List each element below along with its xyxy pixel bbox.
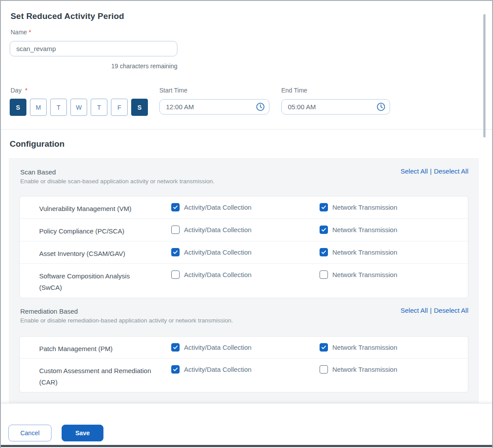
network-checkbox[interactable]	[320, 343, 328, 352]
day-label-text: Day	[11, 87, 22, 94]
network-checkbox-label: Network Transmission	[332, 248, 397, 257]
day-button-friday[interactable]: F	[111, 99, 128, 116]
day-button-wednesday[interactable]: W	[70, 99, 87, 116]
table-row: Patch Management (PM) Activity/Data Coll…	[20, 337, 468, 359]
activity-checkbox[interactable]	[171, 248, 180, 256]
window-bottom-border	[1, 445, 492, 447]
network-checkbox[interactable]	[320, 270, 328, 279]
network-cell: Network Transmission	[320, 365, 468, 374]
vertical-scrollbar[interactable]	[483, 14, 486, 137]
remediation-based-bulk-links: Select All|Deselect All	[401, 307, 468, 314]
characters-remaining-text: 19 characters remaining	[10, 63, 177, 70]
remediation-based-title: Remediation Based	[20, 307, 78, 315]
activity-checkbox-label: Activity/Data Collection	[184, 365, 251, 374]
module-label: Custom Assessment and Remediation (CAR)	[39, 365, 151, 388]
activity-cell: Activity/Data Collection	[171, 226, 320, 234]
section-divider	[1, 129, 492, 130]
module-label: Policy Compliance (PC/SCA)	[39, 226, 151, 237]
activity-cell: Activity/Data Collection	[171, 248, 320, 257]
activity-checkbox-label: Activity/Data Collection	[184, 226, 251, 234]
configuration-heading: Configuration	[10, 139, 65, 149]
network-checkbox-label: Network Transmission	[332, 226, 397, 234]
network-cell: Network Transmission	[320, 248, 468, 257]
end-time-label: End Time	[281, 87, 307, 94]
module-label: Asset Inventory (CSAM/GAV)	[39, 248, 151, 259]
network-checkbox-label: Network Transmission	[332, 365, 397, 374]
activity-cell: Activity/Data Collection	[171, 365, 320, 374]
activity-checkbox-label: Activity/Data Collection	[184, 248, 251, 257]
day-button-tuesday[interactable]: T	[50, 99, 67, 116]
day-button-sunday[interactable]: S	[10, 99, 26, 116]
start-time-input[interactable]	[159, 99, 269, 115]
dialog-footer: Cancel Save	[1, 403, 492, 446]
activity-checkbox-label: Activity/Data Collection	[184, 343, 251, 352]
select-all-link[interactable]: Select All	[401, 307, 428, 314]
day-selector: S M T W T F S	[10, 99, 148, 116]
name-label-text: Name	[11, 29, 27, 36]
module-label: Vulnerability Management (VM)	[39, 203, 151, 215]
network-checkbox-label: Network Transmission	[332, 270, 397, 279]
end-time-field	[281, 99, 390, 115]
network-checkbox[interactable]	[320, 248, 328, 256]
save-button[interactable]: Save	[62, 425, 103, 441]
network-checkbox[interactable]	[320, 203, 328, 211]
required-asterisk: *	[29, 29, 31, 36]
cancel-button[interactable]: Cancel	[8, 425, 52, 441]
table-row: Software Composition Analysis (SwCA) Act…	[20, 264, 468, 298]
activity-checkbox[interactable]	[171, 365, 180, 374]
module-label: Patch Management (PM)	[39, 343, 151, 355]
scan-based-description: Enable or disable scan-based application…	[20, 178, 214, 185]
name-label: Name*	[11, 29, 31, 36]
activity-checkbox-label: Activity/Data Collection	[184, 203, 251, 212]
configuration-panel: Scan Based Enable or disable scan-based …	[9, 158, 479, 403]
deselect-all-link[interactable]: Deselect All	[434, 307, 468, 314]
table-row: Policy Compliance (PC/SCA) Activity/Data…	[20, 219, 468, 241]
activity-checkbox[interactable]	[171, 270, 180, 279]
page-title: Set Reduced Activity Period	[11, 11, 124, 21]
network-cell: Network Transmission	[320, 203, 468, 212]
table-row: Asset Inventory (CSAM/GAV) Activity/Data…	[20, 241, 468, 264]
network-checkbox-label: Network Transmission	[332, 203, 397, 212]
required-asterisk: *	[25, 87, 27, 94]
activity-checkbox[interactable]	[171, 203, 180, 211]
day-button-saturday[interactable]: S	[131, 99, 148, 116]
network-checkbox-label: Network Transmission	[332, 343, 397, 352]
scan-based-bulk-links: Select All|Deselect All	[401, 167, 468, 175]
activity-checkbox-label: Activity/Data Collection	[184, 270, 251, 279]
network-cell: Network Transmission	[320, 226, 468, 234]
table-row: Vulnerability Management (VM) Activity/D…	[20, 196, 468, 219]
scan-based-title: Scan Based	[20, 168, 56, 176]
activity-cell: Activity/Data Collection	[171, 270, 320, 279]
name-input[interactable]	[10, 41, 177, 56]
end-time-input[interactable]	[281, 99, 390, 115]
activity-checkbox[interactable]	[171, 226, 180, 234]
day-button-monday[interactable]: M	[30, 99, 47, 116]
table-row: Custom Assessment and Remediation (CAR) …	[20, 359, 468, 392]
clock-icon[interactable]	[256, 102, 265, 111]
day-label: Day*	[11, 87, 27, 94]
day-button-thursday[interactable]: T	[91, 99, 107, 116]
network-checkbox[interactable]	[320, 226, 328, 234]
module-label: Software Composition Analysis (SwCA)	[39, 270, 151, 293]
set-reduced-activity-period-dialog: Set Reduced Activity Period Name* 19 cha…	[0, 0, 493, 448]
link-separator: |	[430, 307, 432, 314]
activity-checkbox[interactable]	[171, 343, 180, 352]
remediation-based-description: Enable or disable remediation-based appl…	[20, 317, 233, 324]
clock-icon[interactable]	[376, 102, 386, 111]
remediation-based-table: Patch Management (PM) Activity/Data Coll…	[19, 336, 468, 392]
start-time-field	[159, 99, 269, 115]
start-time-label: Start Time	[159, 87, 188, 94]
activity-cell: Activity/Data Collection	[171, 343, 320, 352]
link-separator: |	[430, 167, 432, 175]
select-all-link[interactable]: Select All	[401, 167, 428, 175]
network-checkbox[interactable]	[320, 365, 328, 374]
activity-cell: Activity/Data Collection	[171, 203, 320, 212]
network-cell: Network Transmission	[320, 270, 468, 279]
deselect-all-link[interactable]: Deselect All	[434, 167, 468, 175]
scan-based-table: Vulnerability Management (VM) Activity/D…	[19, 196, 468, 298]
network-cell: Network Transmission	[320, 343, 468, 352]
